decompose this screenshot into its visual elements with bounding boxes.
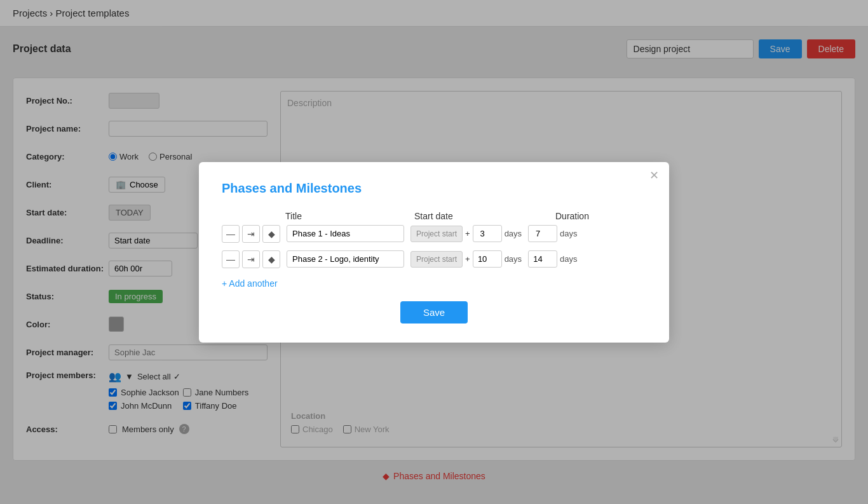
phase-2-controls: — ⇥ ◆ bbox=[222, 250, 280, 268]
phase-2-remove-button[interactable]: — bbox=[222, 250, 240, 268]
col-header-duration: Duration bbox=[555, 211, 638, 221]
modal-overlay: ✕ Phases and Milestones Title Start date… bbox=[0, 0, 868, 494]
add-another-link[interactable]: + Add another bbox=[222, 276, 646, 301]
modal-title: Phases and Milestones bbox=[222, 181, 646, 196]
phase-1-color-button[interactable]: ◆ bbox=[262, 225, 280, 243]
phase-1-milestone-button[interactable]: ⇥ bbox=[242, 225, 260, 243]
phase-2-duration-input[interactable] bbox=[528, 250, 557, 268]
phase-2-days-label: days bbox=[505, 254, 522, 264]
col-header-title: Title bbox=[285, 211, 403, 221]
col-header-start-date: Start date bbox=[409, 211, 549, 221]
phase-1-days-label: days bbox=[505, 229, 522, 238]
phase-1-duration-input[interactable] bbox=[528, 225, 557, 242]
phase-2-title-input[interactable] bbox=[287, 250, 404, 268]
phase-2-duration-days-label: days bbox=[560, 254, 577, 264]
phase-1-title-input[interactable] bbox=[287, 225, 404, 242]
modal-close-button[interactable]: ✕ bbox=[649, 170, 659, 181]
phases-modal: ✕ Phases and Milestones Title Start date… bbox=[199, 162, 669, 343]
phase-1-controls: — ⇥ ◆ bbox=[222, 225, 280, 243]
phase-1-start-label: Project start bbox=[410, 226, 463, 242]
phase-2-offset-input[interactable] bbox=[473, 250, 502, 268]
phase-1-duration-days-label: days bbox=[560, 229, 577, 238]
phase-1-start-group: Project start + days bbox=[410, 225, 522, 242]
phase-2-start-label: Project start bbox=[410, 251, 463, 268]
phase-row-2: — ⇥ ◆ Project start + days days bbox=[222, 250, 646, 268]
phase-1-remove-button[interactable]: — bbox=[222, 225, 240, 243]
phase-1-offset-input[interactable] bbox=[473, 225, 502, 242]
modal-column-headers: Title Start date Duration bbox=[222, 211, 646, 221]
phase-row-1: — ⇥ ◆ Project start + days days bbox=[222, 225, 646, 243]
phase-2-duration-group: days bbox=[528, 250, 577, 268]
phase-2-start-group: Project start + days bbox=[410, 250, 522, 268]
phase-2-milestone-button[interactable]: ⇥ bbox=[242, 250, 260, 268]
modal-save-button[interactable]: Save bbox=[400, 301, 468, 324]
phase-2-color-button[interactable]: ◆ bbox=[262, 250, 280, 268]
phase-1-duration-group: days bbox=[528, 225, 577, 242]
